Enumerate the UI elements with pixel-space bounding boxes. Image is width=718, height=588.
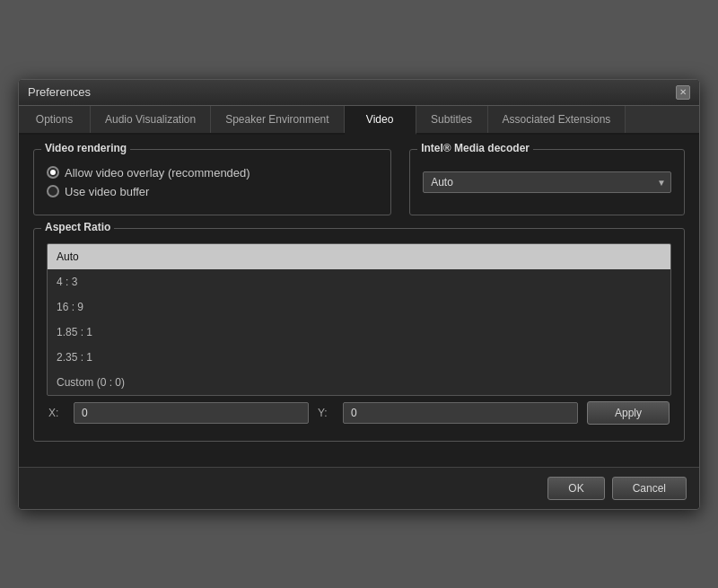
radio-overlay[interactable]: Allow video overlay (recommended) xyxy=(47,166,378,180)
tab-content: Video rendering Allow video overlay (rec… xyxy=(19,135,699,467)
video-rendering-label: Video rendering xyxy=(41,142,130,154)
intel-decoder-select-wrap: Auto Enabled Disabled ▼ xyxy=(423,171,671,193)
intel-decoder-label: Intel® Media decoder xyxy=(417,142,533,154)
top-row: Video rendering Allow video overlay (rec… xyxy=(33,149,685,215)
tab-video[interactable]: Video xyxy=(345,106,416,135)
tab-audio-visualization[interactable]: Audio Visualization xyxy=(91,106,211,133)
title-bar: Preferences ✕ xyxy=(19,80,699,106)
aspect-ratio-group: Aspect Ratio Auto 4 : 3 16 : 9 1.85 : 1 … xyxy=(33,228,685,442)
aspect-item-1-85-1[interactable]: 1.85 : 1 xyxy=(48,320,670,345)
cancel-button[interactable]: Cancel xyxy=(612,477,687,500)
dialog-footer: OK Cancel xyxy=(19,467,699,509)
aspect-item-auto[interactable]: Auto xyxy=(48,244,670,269)
video-rendering-group: Video rendering Allow video overlay (rec… xyxy=(33,149,391,215)
aspect-item-4-3[interactable]: 4 : 3 xyxy=(48,269,670,294)
ok-button[interactable]: OK xyxy=(547,477,604,500)
close-button[interactable]: ✕ xyxy=(676,85,690,100)
tab-options[interactable]: Options xyxy=(19,106,91,133)
radio-overlay-btn[interactable] xyxy=(47,166,59,179)
intel-decoder-group: Intel® Media decoder Auto Enabled Disabl… xyxy=(409,149,685,215)
x-input[interactable] xyxy=(74,402,309,424)
aspect-item-16-9[interactable]: 16 : 9 xyxy=(48,294,670,320)
radio-buffer[interactable]: Use video buffer xyxy=(47,185,378,198)
dialog-title: Preferences xyxy=(28,85,91,99)
x-label: X: xyxy=(48,407,65,419)
tab-subtitles[interactable]: Subtitles xyxy=(416,106,488,133)
radio-overlay-label: Allow video overlay (recommended) xyxy=(65,166,250,180)
tab-associated-extensions[interactable]: Associated Extensions xyxy=(488,106,626,133)
xy-row: X: Y: Apply xyxy=(47,396,671,430)
y-label: Y: xyxy=(318,407,334,419)
y-input[interactable] xyxy=(343,402,578,424)
intel-decoder-select[interactable]: Auto Enabled Disabled xyxy=(423,171,671,193)
apply-button[interactable]: Apply xyxy=(587,401,670,425)
preferences-dialog: Preferences ✕ Options Audio Visualizatio… xyxy=(18,79,700,510)
tab-speaker-environment[interactable]: Speaker Environment xyxy=(211,106,344,133)
aspect-item-custom[interactable]: Custom (0 : 0) xyxy=(48,370,670,395)
radio-buffer-btn[interactable] xyxy=(47,185,59,197)
aspect-ratio-list: Auto 4 : 3 16 : 9 1.85 : 1 2.35 : 1 Cust… xyxy=(47,243,671,396)
aspect-ratio-label: Aspect Ratio xyxy=(41,221,114,233)
radio-buffer-label: Use video buffer xyxy=(65,185,149,198)
tabs-bar: Options Audio Visualization Speaker Envi… xyxy=(19,106,699,135)
video-rendering-options: Allow video overlay (recommended) Use vi… xyxy=(47,166,378,198)
aspect-item-2-35-1[interactable]: 2.35 : 1 xyxy=(48,345,670,370)
